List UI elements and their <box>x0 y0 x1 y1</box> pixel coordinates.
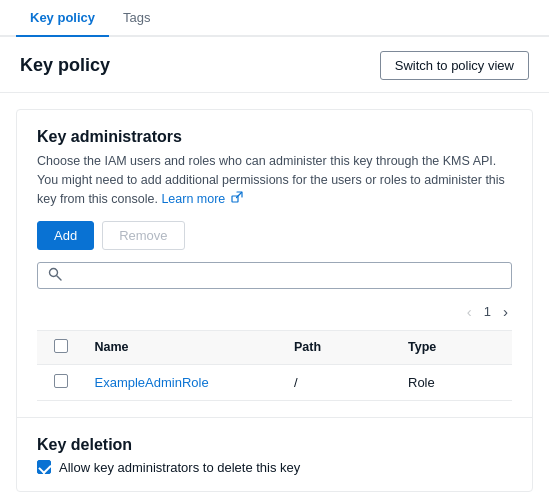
search-icon <box>48 267 62 284</box>
row-type: Role <box>398 364 512 400</box>
row-name: ExampleAdminRole <box>85 364 285 400</box>
col-header-type: Type <box>398 330 512 364</box>
search-wrapper <box>37 262 512 289</box>
page-title: Key policy <box>20 55 110 76</box>
key-administrators-title: Key administrators <box>37 128 512 146</box>
administrators-table: Name Path Type ExampleAdminRole/Role <box>37 330 512 401</box>
main-card: Key administrators Choose the IAM users … <box>16 109 533 492</box>
col-header-path: Path <box>284 330 398 364</box>
allow-deletion-label: Allow key administrators to delete this … <box>59 460 300 475</box>
pagination-prev-button[interactable]: ‹ <box>463 301 476 322</box>
pagination-row: ‹ 1 › <box>37 297 512 330</box>
allow-deletion-checkbox[interactable] <box>37 460 51 474</box>
row-name-link[interactable]: ExampleAdminRole <box>95 375 209 390</box>
key-deletion-title: Key deletion <box>37 436 512 454</box>
pagination-next-button[interactable]: › <box>499 301 512 322</box>
key-administrators-description: Choose the IAM users and roles who can a… <box>37 152 512 209</box>
action-buttons-row: Add Remove <box>37 221 512 250</box>
tab-key-policy[interactable]: Key policy <box>16 0 109 37</box>
search-input[interactable] <box>68 268 501 283</box>
tabs-bar: Key policy Tags <box>0 0 549 37</box>
row-checkbox[interactable] <box>54 374 68 388</box>
learn-more-link[interactable]: Learn more <box>161 192 225 206</box>
add-button[interactable]: Add <box>37 221 94 250</box>
switch-to-policy-view-button[interactable]: Switch to policy view <box>380 51 529 80</box>
svg-line-3 <box>57 276 61 280</box>
external-link-icon <box>231 190 243 209</box>
pagination-page: 1 <box>484 304 491 319</box>
remove-button[interactable]: Remove <box>102 221 184 250</box>
key-deletion-section: Key deletion Allow key administrators to… <box>17 417 532 491</box>
svg-point-2 <box>50 268 58 276</box>
col-header-checkbox <box>37 330 85 364</box>
col-header-name: Name <box>85 330 285 364</box>
row-path: / <box>284 364 398 400</box>
allow-deletion-row: Allow key administrators to delete this … <box>37 460 512 475</box>
page-section-header: Key policy Switch to policy view <box>0 37 549 93</box>
select-all-checkbox[interactable] <box>54 339 68 353</box>
key-administrators-section: Key administrators Choose the IAM users … <box>17 110 532 417</box>
tab-tags[interactable]: Tags <box>109 0 164 37</box>
table-row: ExampleAdminRole/Role <box>37 364 512 400</box>
svg-line-1 <box>236 192 241 197</box>
row-checkbox-cell <box>37 364 85 400</box>
